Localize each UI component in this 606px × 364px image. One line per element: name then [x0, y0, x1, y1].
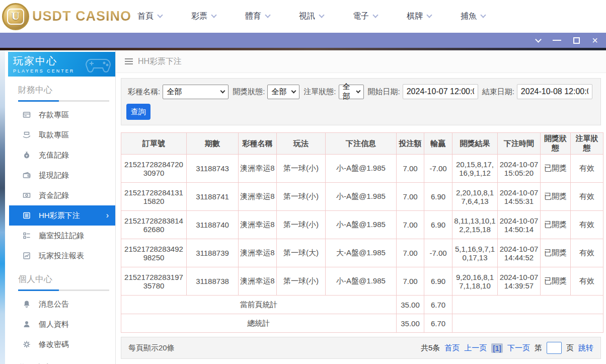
col-bet-amount: 投注額: [397, 133, 424, 155]
search-button[interactable]: 查詢: [126, 104, 150, 120]
jump-button[interactable]: 跳转: [578, 343, 593, 353]
cell-win-loss: -7.00: [424, 155, 452, 183]
window-minimize-icon[interactable]: [553, 40, 561, 41]
col-lottery-name: 彩種名稱: [239, 133, 277, 155]
page-size-text: 每頁顯示20條: [128, 343, 175, 353]
summary-empty: [452, 296, 603, 314]
cell-bet-time: 2024-10-07 15:05:20: [498, 155, 541, 183]
cell-win-loss: 6.90: [424, 183, 452, 211]
jump-page-input[interactable]: [547, 342, 562, 354]
window-title-bar: ×: [0, 33, 606, 48]
cell-bet-info: 小-A盤@1.985: [326, 267, 397, 296]
section-title-personal: 個人中心: [18, 273, 115, 285]
cell-bet-time: 2024-10-07 14:39:57: [498, 267, 541, 296]
table-row: 215217282834929825031188739澳洲幸运8第一球(大)大-…: [121, 239, 603, 267]
sidebar-item-funds-record[interactable]: 資金記錄: [5, 185, 115, 205]
filter-panel: 彩種名稱: 全部 開獎狀態: 全部 注單狀態: 全部 開始日期: 結束日期: 查…: [121, 78, 601, 125]
moneybag-icon: [22, 151, 31, 160]
main-menu: 首頁 彩票 體育 視訊 電子 棋牌 捕魚: [137, 11, 485, 22]
chevron-down-icon: [356, 89, 360, 93]
col-draw-status: 開獎狀態: [541, 133, 571, 155]
cell-draw-result: 9,20,16,8,17,1,18,10: [452, 267, 498, 296]
col-draw-result: 開獎結果: [452, 133, 498, 155]
cell-bet-amount: 7.00: [397, 155, 424, 183]
end-date-input[interactable]: [517, 84, 592, 99]
gamepad-icon: [85, 55, 111, 74]
nav-item-fishing[interactable]: 捕魚: [461, 11, 485, 22]
col-order-status: 注單狀態: [571, 133, 603, 155]
summary-win-loss: 6.70: [424, 296, 452, 314]
cell-win-loss: 6.90: [424, 267, 452, 296]
bets-table-wrap: 訂單號 期數 彩種名稱 玩法 下注信息 投注額 輸贏 開獎結果 下注時間 開獎狀…: [121, 132, 601, 333]
sidebar-item-profile[interactable]: 個人資料: [5, 314, 115, 334]
section-underline: [18, 100, 109, 102]
window-close-icon[interactable]: ×: [592, 37, 598, 44]
cell-lottery-name: 澳洲幸运8: [239, 239, 277, 267]
lottery-name-select[interactable]: 全部: [163, 85, 229, 99]
cell-period: 31188743: [187, 155, 239, 183]
cell-play-type: 第一球(大): [277, 239, 326, 267]
start-date-input[interactable]: [403, 84, 478, 99]
nav-item-live[interactable]: 視訊: [299, 11, 324, 22]
cell-period: 31188738: [187, 267, 239, 296]
chevron-down-icon: [291, 89, 296, 94]
chevron-down-icon: [480, 12, 486, 18]
sidebar-item-change-password[interactable]: 修改密碼: [5, 334, 115, 354]
cell-bet-info: 小-A盤@1.985: [326, 155, 397, 183]
background-edge-strip: [0, 50, 5, 364]
report-icon: [22, 251, 31, 260]
chevron-down-icon: [220, 89, 225, 94]
cell-bet-info: 小-A盤@1.985: [326, 211, 397, 239]
hamburger-menu-icon[interactable]: [125, 58, 133, 64]
table-header-row: 訂單號 期數 彩種名稱 玩法 下注信息 投注額 輸贏 開獎結果 下注時間 開獎狀…: [121, 133, 603, 155]
brand-logo[interactable]: U USDT CASINO: [0, 3, 131, 30]
sidebar-item-announcements[interactable]: 消息公告: [5, 294, 115, 314]
sidebar-item-withdraw-record[interactable]: 提現記錄: [5, 165, 115, 185]
col-win-loss: 輸贏: [424, 133, 452, 155]
section-underline: [18, 289, 109, 291]
cell-lottery-name: 澳洲幸运8: [239, 183, 277, 211]
cell-draw-status: 已開獎: [541, 155, 571, 183]
nav-item-lottery[interactable]: 彩票: [191, 11, 216, 22]
next-page-link[interactable]: 下一页: [507, 343, 530, 353]
window-maximize-icon[interactable]: [573, 37, 580, 44]
first-page-link[interactable]: 首页: [444, 343, 460, 353]
cell-order-status: 有效: [571, 183, 603, 211]
summary-bet-amount: 35.00: [397, 296, 424, 314]
gear-icon: [22, 340, 31, 349]
cell-play-type: 第一球(小): [277, 211, 326, 239]
col-bet-time: 下注時間: [498, 133, 541, 155]
summary-label: 當前頁統計: [121, 296, 397, 314]
prev-page-link[interactable]: 上一页: [464, 343, 487, 353]
order-status-select[interactable]: 全部: [339, 85, 364, 99]
nav-item-sports[interactable]: 體育: [245, 11, 270, 22]
cell-order-status: 有效: [571, 155, 603, 183]
cell-play-type: 第一球(小): [277, 155, 326, 183]
cell-lottery-name: 澳洲幸运8: [239, 267, 277, 296]
nav-item-home[interactable]: 首頁: [137, 11, 162, 22]
chevron-down-icon: [372, 12, 378, 18]
cell-win-loss: -7.00: [424, 239, 452, 267]
sidebar-item-player-bet-report[interactable]: 玩家投注報表: [5, 246, 115, 266]
cell-bet-info: 小-A盤@1.985: [326, 183, 397, 211]
cell-play-type: 第一球(小): [277, 183, 326, 211]
sidebar-item-deposit[interactable]: 存款專區: [5, 105, 115, 125]
summary-label: 總統計: [121, 314, 397, 333]
sidebar-item-recharge-record[interactable]: 充值記錄: [5, 145, 115, 165]
main-content: HH彩票下注 彩種名稱: 全部 開獎狀態: 全部 注單狀態: 全部 開始日期: …: [116, 50, 606, 364]
hall-record-icon: [22, 231, 31, 240]
jump-label-post: 页: [566, 343, 574, 353]
cell-bet-amount: 7.00: [397, 183, 424, 211]
window-chevron-down-icon[interactable]: [535, 36, 542, 43]
cell-period: 31188741: [187, 183, 239, 211]
nav-item-slots[interactable]: 電子: [353, 11, 377, 22]
jump-label-pre: 第: [535, 343, 542, 353]
nav-item-cards[interactable]: 棋牌: [407, 11, 431, 22]
cell-bet-time: 2024-10-07 14:55:31: [498, 183, 541, 211]
draw-status-select[interactable]: 全部: [267, 85, 299, 99]
sidebar-item-hall-bet-record[interactable]: 廳室投註記錄: [5, 226, 115, 246]
sidebar-item-hh-lottery-bets[interactable]: HH彩票下注 ›: [9, 205, 115, 226]
sidebar: 玩家中心 PLAYERS CENTER 財務中心 存款專區 取款專區 充值記錄 …: [5, 50, 116, 364]
sidebar-item-withdraw[interactable]: 取款專區: [5, 125, 115, 145]
current-page-badge: [1]: [491, 343, 503, 353]
